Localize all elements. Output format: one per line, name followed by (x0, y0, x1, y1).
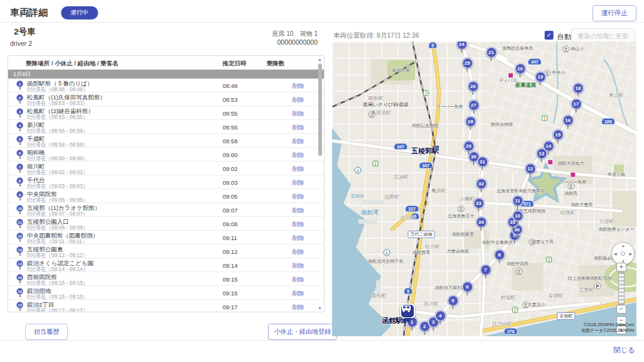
delete-link[interactable]: 削除 (292, 96, 304, 104)
stop-table: 乗降場所 / 小休止 / 経由地 / 乗客名 推定日時 乗降数 1月9日 1函館… (8, 55, 325, 312)
stop-time: 09:14 (223, 262, 238, 269)
delete-link[interactable]: 削除 (292, 165, 304, 173)
map-marker-11[interactable]: 11 (513, 195, 523, 206)
delete-link[interactable]: 削除 (292, 276, 304, 284)
map-marker-16[interactable]: 16 (563, 115, 574, 126)
route-shield: 278 (504, 328, 518, 335)
delete-link[interactable]: 削除 (292, 193, 304, 201)
stop-time: 08:53 (223, 96, 238, 103)
pan-right-icon[interactable]: ▶ (629, 251, 632, 256)
map-marker-26[interactable]: 26 (468, 81, 479, 92)
map-pan-control[interactable]: ▲ ▼ ◀ ▶ (611, 242, 635, 265)
stop-row: 3松風町（(2)鍵谷歯科前）0分滞在（08:55 - 08:55）08:55削除 (8, 106, 324, 120)
stop-row: 16鍛治団地0分滞在（09:15 - 09:15）09:15削除 (8, 286, 324, 300)
map-marker-27[interactable]: 27 (469, 100, 479, 111)
map-label: 中央小 (552, 70, 565, 76)
zoom-out-button[interactable]: − (616, 305, 626, 314)
map-label: 金堀町 (557, 312, 575, 320)
map-marker-18[interactable]: 18 (573, 83, 584, 94)
status-badge: 運行中 (61, 6, 98, 19)
scrollbar-thumb[interactable] (318, 63, 322, 156)
delete-link[interactable]: 削除 (292, 262, 304, 270)
map-marker-10[interactable]: 10 (513, 211, 523, 221)
zoom-in-button[interactable]: + (616, 263, 626, 272)
delete-link[interactable]: 削除 (292, 207, 304, 215)
map-marker-12[interactable]: 12 (525, 163, 536, 174)
zoom-slider[interactable] (618, 272, 625, 305)
vehicle-marker[interactable] (400, 304, 415, 319)
stop-time: 08:55 (223, 110, 238, 117)
stop-marker-icon: 16 (16, 288, 23, 295)
pan-center-icon[interactable] (621, 251, 625, 256)
map-marker-28[interactable]: 28 (465, 116, 476, 127)
stop-marker-icon: 10 (16, 205, 23, 212)
shop-icon (548, 160, 553, 165)
map-label: 函館記念病院 (412, 123, 438, 129)
map-label: 函館西署 (413, 250, 430, 256)
map-marker-19[interactable]: 19 (535, 72, 546, 82)
map-marker-29[interactable]: 29 (464, 141, 474, 151)
map-marker-15[interactable]: 15 (553, 129, 564, 140)
pan-up-icon[interactable]: ▲ (621, 244, 625, 248)
map-marker-14[interactable]: 14 (543, 141, 554, 151)
map-label: 北海道警察函館方面本部 (497, 188, 545, 194)
map-label: 産業道路 (515, 82, 536, 89)
register-stop-button[interactable]: 小休止・経由地登録 (268, 324, 337, 340)
scrollbar-up-icon[interactable]: ▲ (318, 57, 322, 62)
map-label: 亀田港町 (371, 109, 391, 116)
delete-link[interactable]: 削除 (292, 124, 304, 132)
map-marker-34[interactable]: 34 (476, 217, 487, 228)
map-marker-6[interactable]: 6 (462, 282, 473, 292)
map-marker-31[interactable]: 31 (477, 156, 488, 167)
stop-row: 12中央図書館前（図書館側）0分滞在（09:11 - 09:11）09:11削除 (8, 231, 324, 244)
map-attribution: ©2026 ZENRIN DataCom 地図データ©2026 ZENRIN (581, 322, 634, 333)
delete-link[interactable]: 削除 (292, 234, 304, 243)
map-label: 松陰町 (560, 209, 575, 216)
route-shield: 347 (419, 162, 433, 169)
station-label: 五稜郭駅 (411, 146, 439, 156)
map-marker-8[interactable]: 8 (494, 250, 505, 260)
map-marker-5[interactable]: 5 (448, 295, 458, 306)
stop-marker-icon: 4 (16, 122, 23, 129)
delete-link[interactable]: 削除 (292, 304, 304, 312)
map-label: 古川町 (400, 214, 415, 221)
map-label: 川原町 (599, 218, 614, 225)
stop-operation-button[interactable]: 運行停止 (592, 5, 636, 21)
delete-link[interactable]: 削除 (292, 179, 304, 187)
map-marker-33[interactable]: 33 (474, 198, 484, 209)
delete-link[interactable]: 削除 (292, 221, 304, 229)
map[interactable]: 文文文文文文文文77777P⚓⚓555347347347227571100278… (332, 41, 636, 336)
history-button[interactable]: 担当履歴 (25, 324, 68, 340)
close-link[interactable]: 閉じる (613, 346, 635, 355)
stop-marker-icon: 8 (16, 177, 23, 184)
stop-time: 09:11 (223, 234, 237, 241)
map-marker-4[interactable]: 4 (435, 310, 446, 321)
stop-row: 7堀川町0分滞在（09:02 - 09:02）09:02削除 (8, 162, 324, 175)
delete-link[interactable]: 削除 (292, 82, 304, 90)
map-marker-21[interactable]: 21 (486, 47, 497, 58)
stop-marker-icon: 6 (16, 150, 23, 156)
delete-link[interactable]: 削除 (292, 290, 304, 298)
delete-link[interactable]: 削除 (292, 110, 304, 118)
map-marker-32[interactable]: 32 (476, 178, 487, 189)
map-marker-25[interactable]: 25 (462, 58, 473, 69)
delete-link[interactable]: 削除 (292, 138, 304, 146)
map-marker-24[interactable]: 24 (457, 41, 467, 50)
station-label: 函館駅 (382, 316, 403, 326)
pan-left-icon[interactable]: ◀ (614, 251, 617, 256)
map-label: 函館大谷短大 (558, 160, 584, 167)
map-label: 大森浜小 (528, 302, 545, 308)
map-marker-20[interactable]: 20 (515, 63, 526, 74)
delete-link[interactable]: 削除 (292, 151, 304, 160)
delete-link[interactable]: 削除 (292, 248, 304, 256)
store-icon: 7 (542, 116, 548, 121)
stop-time: 09:00 (223, 151, 238, 158)
stop-time: 09:15 (223, 276, 238, 283)
scrollbar-down-icon[interactable]: ▼ (318, 306, 322, 310)
map-marker-17[interactable]: 17 (571, 99, 582, 109)
stop-row: 6昭和橋0分滞在（09:00 - 09:00）09:00削除 (8, 148, 324, 162)
map-marker-7[interactable]: 7 (480, 265, 491, 275)
map-label: 函館湾 (362, 209, 379, 217)
stop-row: 14鍛治さくら認定こども園0分滞在（09:14 - 09:14）09:14削除 (8, 258, 324, 272)
auto-update-checkbox[interactable]: ✓ (545, 31, 553, 40)
